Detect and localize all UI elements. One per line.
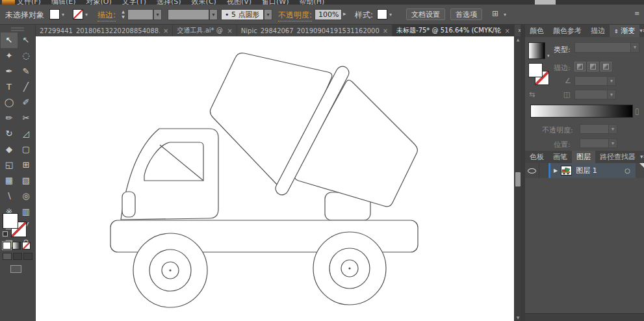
trash-icon[interactable]: ▯ [635, 107, 639, 116]
stroke-width-field[interactable] [127, 9, 153, 20]
fill-caret-icon[interactable]: ▾ [62, 12, 64, 18]
color-button[interactable] [3, 242, 11, 250]
draw-normal-button[interactable] [3, 253, 12, 260]
tab-close-icon[interactable]: × [504, 27, 509, 34]
rotate-tool-icon[interactable]: ↻ [1, 126, 18, 142]
tab-pathfinder[interactable]: 路径查找器 [595, 151, 640, 163]
gradient-along-stroke-button[interactable] [587, 62, 599, 71]
select-caret-icon[interactable]: ▾ [630, 43, 639, 52]
stroke-link[interactable]: 描边: [97, 10, 116, 21]
none-button[interactable] [22, 242, 31, 250]
tab-close-icon[interactable]: × [227, 27, 232, 34]
magic-wand-tool-icon[interactable]: ✦ [1, 48, 18, 64]
panel-menu-icon[interactable]: ▾≡ [639, 25, 644, 37]
expand-triangle-icon[interactable]: ▶ [554, 168, 558, 173]
tab-gradient[interactable]: ⇕ 渐变 [610, 25, 639, 37]
menu-item[interactable]: 效果(C) [192, 0, 216, 5]
stop-location-select[interactable]: ▾ [580, 138, 617, 148]
screen-mode-button[interactable] [10, 265, 21, 273]
stroke-width-stepper[interactable]: ▲▼ [120, 9, 127, 20]
stroke-width-caret-icon[interactable]: ▾ [153, 9, 162, 20]
mesh-tool-icon[interactable]: ▦ [1, 173, 18, 188]
eye-icon[interactable] [528, 168, 536, 173]
door-handle[interactable] [122, 192, 135, 217]
blend-tool-icon[interactable]: ◎ [18, 188, 34, 204]
free-transform-tool-icon[interactable]: ▢ [18, 142, 34, 157]
canvas-vertical-scrollbar[interactable]: ▲ ▼ [514, 36, 521, 321]
gradient-fill-proxy[interactable] [528, 63, 543, 77]
gradient-across-stroke-button[interactable] [600, 62, 612, 71]
draw-inside-button[interactable] [23, 253, 32, 260]
style-swatch[interactable] [377, 9, 387, 19]
menu-item[interactable]: 对象(O) [86, 0, 111, 5]
gradient-slider[interactable] [530, 105, 633, 118]
tab-brushes[interactable]: 画笔 [548, 151, 572, 163]
aspect-ratio-select[interactable]: ▾ [574, 90, 616, 99]
panel-menu-icon[interactable]: ▾≡ [640, 151, 644, 163]
opacity-arrow-icon[interactable]: ▸ [343, 10, 346, 17]
variable-width-profile-field[interactable] [168, 9, 209, 20]
reverse-gradient-icon[interactable]: ⇆ [529, 90, 535, 99]
profile-caret-icon[interactable]: ▾ [209, 9, 218, 20]
scissors-tool-icon[interactable]: ✂ [18, 110, 34, 126]
eyedropper-tool-icon[interactable]: ∖ [1, 188, 18, 204]
stop-opacity-select[interactable]: ▾ [580, 124, 617, 134]
gradient-angle-select[interactable]: ▾ [574, 76, 616, 86]
canvas[interactable] [36, 36, 514, 321]
column-graph-tool-icon[interactable]: ▥ [18, 204, 34, 220]
workspace-switcher[interactable] [535, 0, 556, 5]
layer-selected-area[interactable]: ▶ 图层 1 ○ [548, 163, 636, 178]
preferences-button[interactable]: 首选项 [450, 8, 482, 20]
menu-item[interactable]: 编辑(E) [51, 0, 76, 5]
stroke-color-swatch[interactable] [73, 9, 83, 19]
tab-color[interactable]: 颜色 [525, 25, 548, 37]
menu-item[interactable]: 帮助(H) [299, 0, 324, 5]
gradient-button[interactable] [12, 242, 21, 250]
menu-item[interactable]: 视图(V) [227, 0, 251, 5]
document-tab[interactable]: 交通工具.ai* @ _ × [173, 25, 237, 36]
width-tool-icon[interactable]: ◆ [1, 142, 18, 157]
control-panel-menu-icon[interactable]: ≡ [634, 10, 639, 17]
swap-fill-stroke-icon[interactable] [3, 231, 8, 237]
draw-behind-button[interactable] [13, 253, 22, 260]
scrollbar-thumb[interactable] [515, 172, 521, 186]
gradient-within-stroke-button[interactable] [574, 62, 586, 71]
gradient-type-select[interactable]: ▾ [574, 42, 639, 53]
document-tab-active[interactable]: 未标题-75* @ 516.64% (CMYK/轮廓) × [393, 25, 515, 36]
select-similar-caret-icon[interactable]: ▾ [504, 12, 506, 18]
menu-item[interactable]: 窗口(W) [262, 0, 289, 5]
gradient-preset-caret-icon[interactable]: ▾ [547, 53, 550, 58]
line-segment-tool-icon[interactable]: ╱ [18, 79, 34, 95]
layer-target-icon[interactable]: ○ [625, 167, 630, 174]
lock-cell[interactable] [539, 163, 548, 178]
layer-row[interactable]: ▶ 图层 1 ○ [525, 163, 644, 178]
panel-dock-edge[interactable] [521, 25, 525, 321]
gradient-tool-icon[interactable]: ▧ [18, 173, 34, 188]
document-tab[interactable]: Nipic_29842067_20190904191531162000.ai* … [237, 25, 393, 36]
document-tab[interactable]: 27299441_20180613220208854088.ai* × [36, 25, 173, 36]
style-caret-icon[interactable]: ▾ [389, 12, 392, 18]
pen-tool-icon[interactable]: ✒ [1, 64, 18, 79]
toolbar-grip[interactable] [11, 27, 24, 29]
paintbrush-tool-icon[interactable]: ✐ [18, 95, 34, 110]
select-caret-icon[interactable]: ▾ [607, 90, 615, 99]
perspective-grid-tool-icon[interactable]: ⊞ [18, 157, 34, 173]
select-caret-icon[interactable]: ▾ [607, 77, 615, 85]
shape-builder-tool-icon[interactable]: ◱ [1, 157, 18, 173]
type-tool-icon[interactable]: T [1, 79, 18, 95]
select-caret-icon[interactable]: ▾ [608, 125, 617, 133]
layer-thumbnail[interactable] [561, 166, 572, 175]
brush-caret-icon[interactable]: ▾ [264, 9, 272, 20]
pencil-tool-icon[interactable]: ✏ [1, 110, 18, 126]
brush-definition-field[interactable]: • 5 点圆形 [221, 9, 264, 20]
select-caret-icon[interactable]: ▾ [608, 139, 617, 148]
selection-tool-icon[interactable]: ↖ [1, 32, 18, 48]
gradient-preview-swatch[interactable] [528, 42, 545, 59]
tab-close-icon[interactable]: × [163, 27, 168, 34]
menu-item[interactable]: 文字(T) [122, 0, 146, 5]
fill-proxy-swatch[interactable] [3, 213, 18, 229]
ellipse-tool-icon[interactable]: ◯ [1, 95, 18, 110]
visibility-cell[interactable] [525, 163, 539, 178]
opacity-link[interactable]: 不透明度: [278, 10, 312, 21]
menu-item[interactable]: 选择(S) [157, 0, 181, 5]
